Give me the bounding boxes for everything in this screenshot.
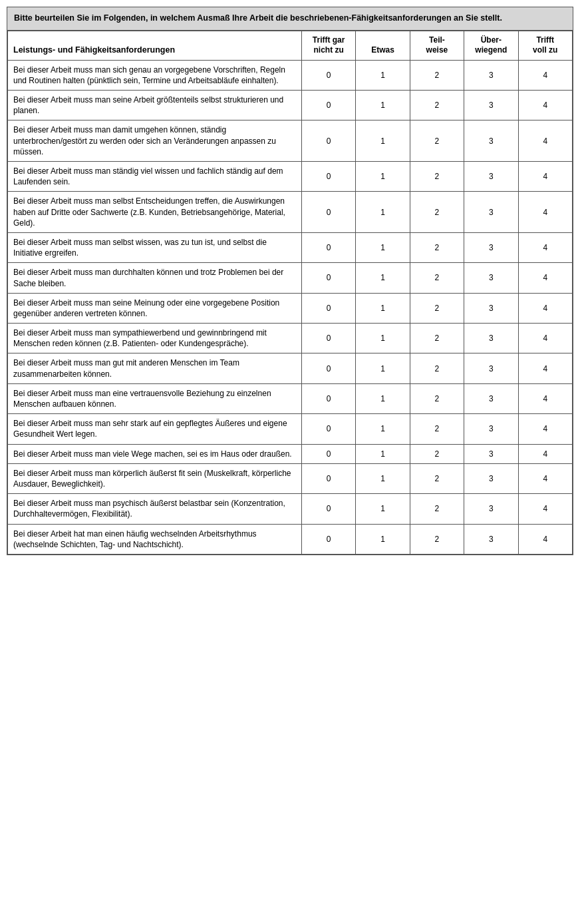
row-4-score-4: 4 (518, 192, 572, 233)
row-7-score-0: 0 (301, 293, 355, 323)
col-header-1: Etwas (356, 31, 410, 60)
row-11-score-2: 2 (410, 414, 464, 444)
row-0-score-3: 3 (464, 60, 518, 90)
table-row: Bei dieser Arbeit muss man körperlich äu… (8, 463, 573, 493)
row-6-score-0: 0 (301, 263, 355, 293)
instruction-header: Bitte beurteilen Sie im Folgenden, in we… (7, 7, 573, 31)
row-0-score-1: 1 (356, 60, 410, 90)
row-15-score-1: 1 (356, 524, 410, 554)
row-6-score-3: 3 (464, 263, 518, 293)
row-11-score-1: 1 (356, 414, 410, 444)
row-0-score-4: 4 (518, 60, 572, 90)
col-header-leistung: Leistungs- und Fähigkeitsanforderungen (8, 31, 302, 60)
row-14-score-3: 3 (464, 494, 518, 524)
table-row: Bei dieser Arbeit muss man seine Meinung… (8, 293, 573, 323)
row-10-score-4: 4 (518, 383, 572, 413)
row-13-description: Bei dieser Arbeit muss man körperlich äu… (8, 463, 302, 493)
row-2-description: Bei dieser Arbeit muss man damit umgehen… (8, 120, 302, 162)
table-row: Bei dieser Arbeit muss man viele Wege ma… (8, 444, 573, 463)
row-2-score-3: 3 (464, 120, 518, 162)
row-10-description: Bei dieser Arbeit muss man eine vertraue… (8, 383, 302, 413)
table-row: Bei dieser Arbeit muss man gut mit ander… (8, 353, 573, 383)
row-11-score-4: 4 (518, 414, 572, 444)
row-1-score-3: 3 (464, 91, 518, 120)
row-15-description: Bei dieser Arbeit hat man einen häufig w… (8, 524, 302, 554)
row-14-score-4: 4 (518, 494, 572, 524)
main-container: Bitte beurteilen Sie im Folgenden, in we… (7, 7, 573, 555)
row-3-description: Bei dieser Arbeit muss man ständig viel … (8, 162, 302, 192)
row-13-score-1: 1 (356, 463, 410, 493)
row-3-score-4: 4 (518, 162, 572, 192)
row-8-description: Bei dieser Arbeit muss man sympathiewerb… (8, 324, 302, 353)
row-13-score-4: 4 (518, 463, 572, 493)
row-3-score-2: 2 (410, 162, 464, 192)
row-2-score-2: 2 (410, 120, 464, 162)
row-2-score-4: 4 (518, 120, 572, 162)
row-8-score-1: 1 (356, 324, 410, 353)
row-12-score-4: 4 (518, 444, 572, 463)
row-14-score-2: 2 (410, 494, 464, 524)
row-8-score-4: 4 (518, 324, 572, 353)
row-11-score-3: 3 (464, 414, 518, 444)
row-9-score-3: 3 (464, 353, 518, 383)
row-5-score-3: 3 (464, 232, 518, 262)
row-5-score-0: 0 (301, 232, 355, 262)
row-7-score-3: 3 (464, 293, 518, 323)
row-12-score-0: 0 (301, 444, 355, 463)
row-3-score-3: 3 (464, 162, 518, 192)
row-0-score-0: 0 (301, 60, 355, 90)
col-header-4: Trifftvoll zu (518, 31, 572, 60)
row-4-description: Bei dieser Arbeit muss man selbst Entsch… (8, 192, 302, 233)
row-5-score-1: 1 (356, 232, 410, 262)
row-1-description: Bei dieser Arbeit muss man seine Arbeit … (8, 91, 302, 120)
row-7-score-1: 1 (356, 293, 410, 323)
row-10-score-0: 0 (301, 383, 355, 413)
table-row: Bei dieser Arbeit muss man seine Arbeit … (8, 91, 573, 120)
row-12-score-2: 2 (410, 444, 464, 463)
row-13-score-3: 3 (464, 463, 518, 493)
row-8-score-3: 3 (464, 324, 518, 353)
row-3-score-1: 1 (356, 162, 410, 192)
rating-table: Leistungs- und Fähigkeitsanforderungen T… (7, 31, 573, 555)
row-9-score-0: 0 (301, 353, 355, 383)
col-header-3: Über-wiegend (464, 31, 518, 60)
table-row: Bei dieser Arbeit muss man ständig viel … (8, 162, 573, 192)
table-row: Bei dieser Arbeit muss man sich genau an… (8, 60, 573, 90)
row-1-score-0: 0 (301, 91, 355, 120)
table-row: Bei dieser Arbeit muss man sehr stark au… (8, 414, 573, 444)
row-0-score-2: 2 (410, 60, 464, 90)
row-9-score-4: 4 (518, 353, 572, 383)
row-12-description: Bei dieser Arbeit muss man viele Wege ma… (8, 444, 302, 463)
table-row: Bei dieser Arbeit muss man sympathiewerb… (8, 324, 573, 353)
row-1-score-4: 4 (518, 91, 572, 120)
row-14-score-0: 0 (301, 494, 355, 524)
row-10-score-3: 3 (464, 383, 518, 413)
row-6-score-1: 1 (356, 263, 410, 293)
row-4-score-0: 0 (301, 192, 355, 233)
row-12-score-3: 3 (464, 444, 518, 463)
row-6-score-2: 2 (410, 263, 464, 293)
row-4-score-2: 2 (410, 192, 464, 233)
row-7-description: Bei dieser Arbeit muss man seine Meinung… (8, 293, 302, 323)
row-14-score-1: 1 (356, 494, 410, 524)
row-3-score-0: 0 (301, 162, 355, 192)
row-9-score-2: 2 (410, 353, 464, 383)
row-11-description: Bei dieser Arbeit muss man sehr stark au… (8, 414, 302, 444)
row-8-score-2: 2 (410, 324, 464, 353)
row-2-score-1: 1 (356, 120, 410, 162)
row-10-score-2: 2 (410, 383, 464, 413)
row-10-score-1: 1 (356, 383, 410, 413)
row-5-score-4: 4 (518, 232, 572, 262)
instruction-text: Bitte beurteilen Sie im Folgenden, in we… (14, 13, 566, 25)
row-5-score-2: 2 (410, 232, 464, 262)
row-7-score-2: 2 (410, 293, 464, 323)
row-0-description: Bei dieser Arbeit muss man sich genau an… (8, 60, 302, 90)
row-6-description: Bei dieser Arbeit muss man durchhalten k… (8, 263, 302, 293)
col-header-2: Teil-weise (410, 31, 464, 60)
row-15-score-3: 3 (464, 524, 518, 554)
row-15-score-4: 4 (518, 524, 572, 554)
table-row: Bei dieser Arbeit muss man eine vertraue… (8, 383, 573, 413)
table-row: Bei dieser Arbeit muss man selbst Entsch… (8, 192, 573, 233)
row-1-score-1: 1 (356, 91, 410, 120)
row-15-score-0: 0 (301, 524, 355, 554)
